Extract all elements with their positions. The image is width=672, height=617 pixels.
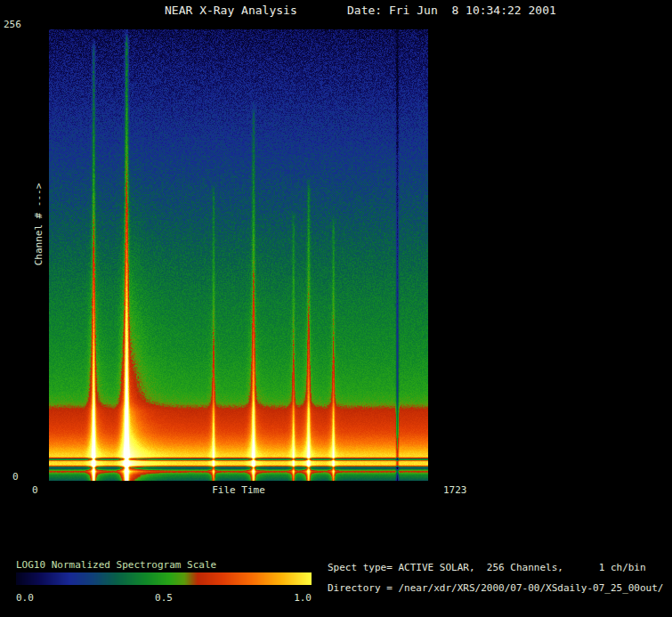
- x-axis-max-label: 1723: [443, 484, 467, 496]
- colorbar-tick-max: 1.0: [294, 592, 312, 604]
- colorbar-title: LOG10 Normalized Spectrogram Scale: [16, 559, 216, 571]
- directory-line: Directory = /near/xdr/XRS/2000/07-00/XSd…: [328, 582, 664, 594]
- date-label: Date: Fri Jun 8 10:34:22 2001: [347, 4, 556, 17]
- x-axis-min-label: 0: [32, 484, 38, 496]
- y-axis-min-label: 0: [12, 471, 19, 483]
- colorbar-tick-min: 0.0: [16, 592, 34, 604]
- spectrogram-canvas: [49, 29, 428, 481]
- page-title: NEAR X-Ray Analysis: [165, 4, 297, 17]
- y-axis-title: Channel # --->: [33, 183, 45, 266]
- spect-type-line: Spect type= ACTIVE SOLAR, 256 Channels, …: [328, 562, 646, 573]
- near-xray-analysis-window: NEAR X-Ray Analysis Date: Fri Jun 8 10:3…: [0, 0, 672, 617]
- y-axis-max-label: 256: [4, 19, 21, 30]
- colorbar-tick-mid: 0.5: [155, 592, 173, 604]
- colorbar-canvas: [16, 572, 312, 585]
- x-axis-title: File Time: [212, 484, 265, 496]
